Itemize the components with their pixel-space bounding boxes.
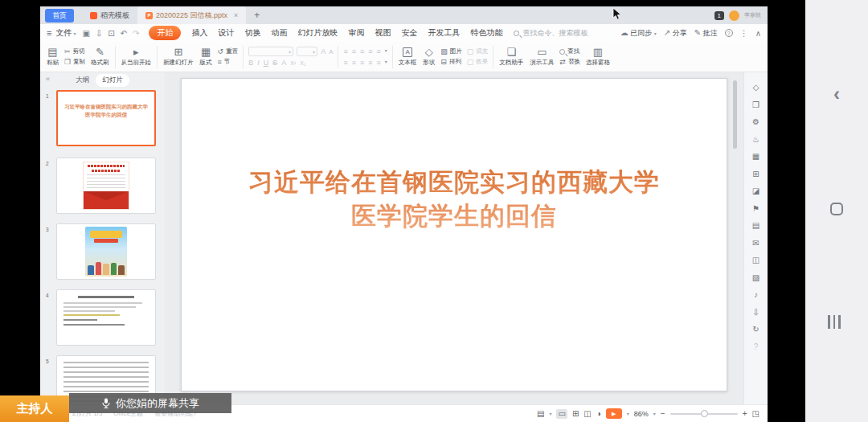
decrease-font-icon[interactable]: A [329,48,333,55]
slide-thumbnail-2[interactable] [56,158,156,214]
font-family-select[interactable]: ▾ [248,47,293,56]
redo-icon[interactable]: ↷ [133,29,139,38]
zoom-level[interactable]: 86% [634,410,649,418]
font-size-select[interactable]: ▾ [297,47,317,56]
share-button[interactable]: ↗ 分享 [664,28,687,39]
underline-button[interactable]: U [264,59,269,67]
table-icon[interactable]: ▦ [752,153,760,161]
reading-view-icon[interactable]: ◫ [583,410,591,418]
history-icon[interactable]: ↻ [752,326,759,334]
qrcode-icon[interactable]: ⊞ [752,170,759,178]
paste-button[interactable]: ▤ 粘贴 [43,43,62,71]
section-button[interactable]: ≡节 [218,58,239,66]
template-store-tab[interactable]: 稻壳模板 [82,6,137,24]
zoom-slider[interactable] [670,413,738,415]
menu-home[interactable]: 开始 [149,26,181,40]
mail-icon[interactable]: ✉ [752,240,759,248]
nav-back-icon[interactable]: ‹ [805,83,868,105]
menu-insert[interactable]: 插入 [191,27,207,39]
cut-button[interactable]: ✂剪切 [64,47,85,55]
image-icon[interactable]: ▨ [752,274,760,282]
file-icon[interactable]: ▤ [752,222,760,230]
document-tab[interactable]: P 20200225 回信稿.pptx × [137,6,246,24]
screen-share-banner[interactable]: 你您娟的屏幕共享 [69,393,231,413]
menu-view[interactable]: 视图 [375,27,391,39]
effects-icon[interactable]: ♨ [752,136,760,144]
settings-icon[interactable]: ⚙ [752,118,760,126]
numbered-list-icon[interactable]: ≡ [352,47,356,55]
menu-review[interactable]: 审阅 [348,27,364,39]
tab-slides[interactable]: 幻灯片 [96,74,129,87]
nav-home-icon[interactable] [830,203,843,215]
align-right-icon[interactable]: ≡ [360,59,364,67]
textbox-button[interactable]: A 文本框 [395,43,420,71]
bullet-list-icon[interactable]: ≡ [343,47,347,55]
new-tab-button[interactable]: + [254,10,260,21]
command-search-input[interactable]: 查找命令、搜索模板 [514,28,588,39]
notes-view-icon[interactable]: ▤ [537,410,544,418]
zoom-slider-handle[interactable] [701,410,708,417]
copy-button[interactable]: ❐复制 [64,58,85,66]
audio-icon[interactable]: ♪ [754,291,758,299]
font-color-button[interactable]: A [281,59,286,67]
increase-font-icon[interactable]: A [321,47,326,55]
italic-button[interactable]: I [257,59,260,67]
align-left-icon[interactable]: ≡ [343,59,347,67]
slide-title[interactable]: 习近平给在首钢医院实习的西藏大学 医学院学生的回信 [205,166,703,233]
fill-button[interactable]: ▢填充 [467,47,489,55]
effect-button[interactable]: ▢效果 [467,58,489,66]
align-center-icon[interactable]: ≡ [352,59,356,67]
tab-outline[interactable]: 大纲 [76,76,89,85]
present-tools-button[interactable]: ▭ 演示工具 [526,43,557,71]
layers-icon[interactable]: ❐ [752,101,760,109]
collapse-panel-icon[interactable]: « [46,75,50,83]
reset-button[interactable]: ↺重置 [218,47,239,55]
slide-sorter-icon[interactable]: ⊞ [572,410,579,418]
distribute-icon[interactable]: ≡ [377,59,381,67]
play-from-current-button[interactable]: ▸ 从当前开始 [118,43,155,71]
chart-icon[interactable]: ◪ [752,187,760,195]
format-painter-button[interactable]: ✎ 格式刷 [88,43,113,71]
file-menu[interactable]: 文件 ▾ [55,27,76,39]
user-avatar[interactable] [729,10,739,21]
nav-recent-icon[interactable] [828,315,841,329]
doc-assistant-button[interactable]: ❏ 文档助手 [496,43,526,71]
help-icon[interactable]: ? [754,343,759,351]
outdent-icon[interactable]: ≡ [360,47,364,55]
strikethrough-button[interactable]: S [272,59,277,67]
help-icon[interactable]: ? [725,29,733,37]
superscript-button[interactable]: X² [290,60,296,66]
download-icon[interactable]: ⇩ [752,309,759,317]
slide-thumbnail-4[interactable] [56,289,156,346]
calendar-icon[interactable]: ◫ [752,256,760,264]
undo-icon[interactable]: ↶ [121,29,127,38]
zoom-in-button[interactable]: + [743,409,747,418]
menu-features[interactable]: 特色功能 [470,27,502,39]
slide-thumbnail-1[interactable]: 习近平给在首钢医院实习的西藏大学医学院学生的回信 [56,90,156,146]
zoom-out-button[interactable]: − [661,409,665,418]
close-tab-icon[interactable]: × [234,11,238,19]
slideshow-play-button[interactable]: ▶ [606,408,622,419]
slide-canvas[interactable]: 习近平给在首钢医院实习的西藏大学 医学院学生的回信 [165,72,743,404]
hamburger-icon[interactable]: ≡ [47,28,51,38]
arrange-button[interactable]: ⊟排列 [440,58,462,66]
fullscreen-icon[interactable]: ◳ [752,410,760,418]
layout-button[interactable]: ▦ 版式 [197,43,215,71]
menu-design[interactable]: 设计 [218,27,234,39]
vertical-scrollbar[interactable] [733,80,737,149]
collapse-ribbon-icon[interactable]: ∧ [755,29,761,38]
normal-view-icon[interactable]: ▭ [556,409,567,419]
picture-button[interactable]: ▨图片 [440,47,462,55]
quick-access-icon[interactable]: ◇ [753,84,760,92]
find-button[interactable]: 查找 [559,47,580,55]
replace-button[interactable]: ⇄替换 [559,58,580,66]
home-tab-button[interactable]: 首页 [45,9,74,23]
export-icon[interactable]: ⇩ [96,29,102,38]
menu-animation[interactable]: 动画 [271,27,287,39]
line-spacing-icon[interactable]: ≡ [377,47,381,55]
sync-status[interactable]: ☁ 已同步 ▾ [620,28,657,39]
comment-button[interactable]: ✎ 批注 [694,28,718,39]
member-badge[interactable]: 1 [714,11,724,20]
indent-icon[interactable]: ≡ [368,47,372,55]
justify-icon[interactable]: ≡ [368,59,372,67]
